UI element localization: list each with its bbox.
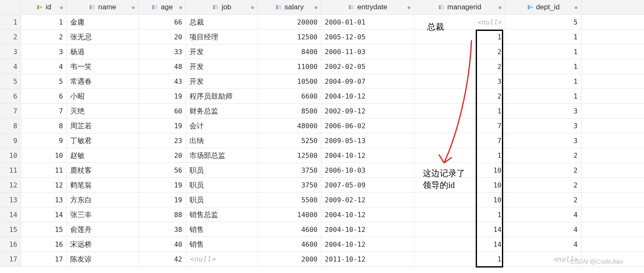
cell-name[interactable]: 陈友谅 [67, 252, 139, 266]
cell-dept-id[interactable]: 1 [505, 74, 581, 88]
cell-id[interactable]: 6 [21, 89, 67, 103]
cell-managerid[interactable]: 2 [414, 89, 505, 103]
cell-entrydate[interactable]: 2000-01-01 [321, 15, 414, 29]
row-number[interactable]: 16 [0, 237, 21, 251]
row-number[interactable]: 7 [0, 104, 21, 118]
cell-name[interactable]: 鹿杖客 [67, 163, 139, 177]
row-number[interactable]: 10 [0, 148, 21, 163]
cell-id[interactable]: 15 [21, 222, 67, 237]
cell-managerid[interactable]: 14 [414, 237, 505, 251]
cell-salary[interactable]: 11000 [258, 59, 321, 74]
row-number[interactable]: 13 [0, 193, 21, 207]
cell-age[interactable]: 60 [139, 104, 186, 118]
row-number[interactable]: 17 [0, 252, 21, 266]
cell-salary[interactable]: 6600 [258, 89, 321, 103]
cell-name[interactable]: 张无忌 [67, 30, 139, 44]
cell-name[interactable]: 方东白 [67, 193, 139, 207]
table-row[interactable]: 1515俞莲舟38销售46002004-10-12144 [0, 222, 644, 237]
cell-job[interactable]: 销售总监 [186, 207, 258, 222]
cell-managerid[interactable]: 10 [414, 178, 505, 192]
cell-job[interactable]: 财务总监 [186, 104, 258, 118]
cell-age[interactable]: 48 [139, 59, 186, 74]
table-row[interactable]: 99丁敏君23出纳52502009-05-1373 [0, 133, 644, 148]
cell-name[interactable]: 宋远桥 [67, 237, 139, 251]
cell-entrydate[interactable]: 2007-05-09 [321, 178, 414, 192]
cell-managerid[interactable]: 3 [414, 74, 505, 88]
cell-age[interactable]: 19 [139, 193, 186, 207]
sort-icon[interactable]: ◆ [60, 5, 63, 10]
row-number[interactable]: 5 [0, 74, 21, 88]
table-row[interactable]: 1212鹤笔翁19职员37502007-05-09102 [0, 178, 644, 193]
cell-dept-id[interactable]: <null> [505, 252, 581, 266]
cell-id[interactable]: 17 [21, 252, 67, 266]
cell-managerid[interactable]: 10 [414, 163, 505, 177]
cell-entrydate[interactable]: 2002-02-05 [321, 59, 414, 74]
cell-entrydate[interactable]: 2011-10-12 [321, 252, 414, 266]
column-header-id[interactable]: id ◆ [21, 0, 67, 14]
cell-name[interactable]: 鹤笔翁 [67, 178, 139, 192]
cell-job[interactable]: 会计 [186, 119, 258, 133]
cell-entrydate[interactable]: 2004-10-12 [321, 207, 414, 222]
cell-id[interactable]: 2 [21, 30, 67, 44]
cell-job[interactable]: 职员 [186, 163, 258, 177]
cell-dept-id[interactable]: 1 [505, 30, 581, 44]
cell-name[interactable]: 小昭 [67, 89, 139, 103]
cell-name[interactable]: 杨逍 [67, 44, 139, 59]
cell-job[interactable]: 职员 [186, 193, 258, 207]
cell-managerid[interactable]: 7 [414, 133, 505, 148]
cell-age[interactable]: 19 [139, 178, 186, 192]
cell-dept-id[interactable]: 2 [505, 178, 581, 192]
column-header-salary[interactable]: salary ◆ [258, 0, 321, 14]
cell-managerid[interactable]: 1 [414, 148, 505, 163]
cell-job[interactable]: 销售 [186, 222, 258, 237]
cell-managerid[interactable]: 1 [414, 207, 505, 222]
table-row[interactable]: 1414张三丰88销售总监140002004-10-1214 [0, 207, 644, 222]
cell-dept-id[interactable]: 2 [505, 148, 581, 163]
cell-age[interactable]: 40 [139, 237, 186, 251]
cell-age[interactable]: 19 [139, 89, 186, 103]
cell-managerid[interactable]: 7 [414, 119, 505, 133]
sort-icon[interactable]: ◆ [179, 5, 182, 10]
cell-name[interactable]: 灭绝 [67, 104, 139, 118]
cell-dept-id[interactable]: 1 [505, 44, 581, 59]
table-row[interactable]: 11金庸66总裁200002000-01-01<null>5 [0, 15, 644, 30]
sort-icon[interactable]: ◆ [314, 5, 318, 10]
table-row[interactable]: 22张无忌20项目经理125002005-12-0511 [0, 30, 644, 44]
cell-job[interactable]: 项目经理 [186, 30, 258, 44]
cell-name[interactable]: 金庸 [67, 15, 139, 29]
cell-job[interactable]: 开发 [186, 44, 258, 59]
table-row[interactable]: 1313方东白19职员55002009-02-12102 [0, 193, 644, 207]
row-number[interactable]: 4 [0, 59, 21, 74]
sort-icon[interactable]: ◆ [574, 5, 578, 10]
cell-job[interactable]: 出纳 [186, 133, 258, 148]
cell-name[interactable]: 张三丰 [67, 207, 139, 222]
cell-entrydate[interactable]: 2004-10-12 [321, 89, 414, 103]
cell-salary[interactable]: 12500 [258, 148, 321, 163]
column-header-age[interactable]: age ◆ [139, 0, 186, 14]
cell-entrydate[interactable]: 2004-10-12 [321, 148, 414, 163]
cell-id[interactable]: 7 [21, 104, 67, 118]
table-row[interactable]: 1717陈友谅42<null>20002011-10-121<null> [0, 252, 644, 267]
cell-managerid[interactable]: <null> [414, 15, 505, 29]
cell-managerid[interactable]: 2 [414, 59, 505, 74]
cell-managerid[interactable]: 14 [414, 222, 505, 237]
cell-salary[interactable]: 3750 [258, 178, 321, 192]
sort-icon[interactable]: ◆ [251, 5, 254, 10]
row-number[interactable]: 8 [0, 119, 21, 133]
row-number[interactable]: 12 [0, 178, 21, 192]
cell-id[interactable]: 13 [21, 193, 67, 207]
table-row[interactable]: 1616宋远桥40销售46002004-10-12144 [0, 237, 644, 252]
cell-entrydate[interactable]: 2009-02-12 [321, 193, 414, 207]
table-row[interactable]: 88周芷若19会计480002006-06-0273 [0, 119, 644, 133]
cell-dept-id[interactable]: 1 [505, 59, 581, 74]
cell-name[interactable]: 俞莲舟 [67, 222, 139, 237]
cell-dept-id[interactable]: 3 [505, 104, 581, 118]
cell-name[interactable]: 赵敏 [67, 148, 139, 163]
cell-age[interactable]: 23 [139, 133, 186, 148]
cell-job[interactable]: 销售 [186, 237, 258, 251]
cell-managerid[interactable]: 2 [414, 44, 505, 59]
cell-name[interactable]: 韦一笑 [67, 59, 139, 74]
cell-id[interactable]: 11 [21, 163, 67, 177]
cell-age[interactable]: 20 [139, 30, 186, 44]
cell-job[interactable]: 开发 [186, 74, 258, 88]
